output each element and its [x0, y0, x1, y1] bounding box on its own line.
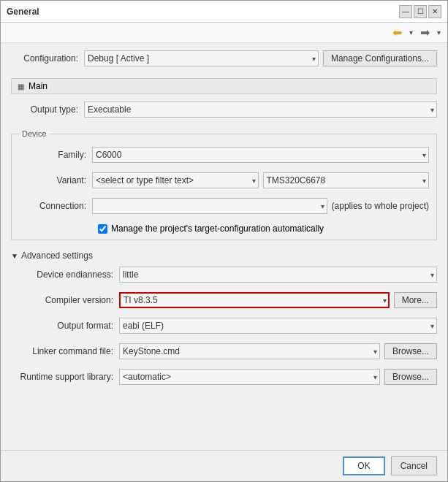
- connection-note: (applies to whole project): [332, 201, 429, 211]
- manage-config-label: Manage the project's target-configuratio…: [111, 223, 324, 234]
- main-window: General — ☐ ✕ ⬅ ▾ ➡ ▾ Configuration: Deb…: [0, 0, 448, 482]
- connection-control: (applies to whole project): [92, 198, 429, 214]
- output-type-select-wrapper: Executable: [84, 102, 437, 118]
- compiler-row: Compiler version: TI v8.3.5 More...: [17, 292, 437, 308]
- minimize-button[interactable]: —: [399, 5, 412, 18]
- device-legend: Device: [19, 129, 50, 138]
- variant2-select-wrapper: TMS320C6678: [263, 172, 430, 188]
- linker-control: KeyStone.cmd Browse...: [119, 343, 437, 359]
- content-area: Configuration: Debug [ Active ] Manage C…: [1, 43, 447, 450]
- output-format-select-wrapper: eabi (ELF): [119, 318, 437, 334]
- tab-label: Main: [29, 81, 48, 91]
- linker-row: Linker command file: KeyStone.cmd Browse…: [17, 343, 437, 359]
- device-group: Device Family: C6000 Variant:: [11, 129, 437, 240]
- endianness-label: Device endianness:: [17, 269, 119, 280]
- output-format-control: eabi (ELF): [119, 318, 437, 334]
- footer: OK Cancel: [1, 450, 447, 481]
- output-type-row: Output type: Executable: [11, 102, 437, 118]
- configuration-select-wrapper: Debug [ Active ]: [84, 50, 319, 66]
- variant-row: Variant: <select or type filter text> TM…: [19, 172, 429, 188]
- runtime-row: Runtime support library: <automatic> Bro…: [17, 369, 437, 385]
- compiler-select[interactable]: TI v8.3.5: [119, 292, 390, 308]
- output-type-select[interactable]: Executable: [84, 102, 437, 118]
- linker-browse-button[interactable]: Browse...: [384, 343, 437, 359]
- compiler-select-wrapper: TI v8.3.5: [119, 292, 390, 308]
- tab-icon: ▦: [18, 83, 24, 91]
- output-format-select[interactable]: eabi (ELF): [119, 318, 437, 334]
- manage-configurations-button[interactable]: Manage Configurations...: [323, 50, 437, 66]
- configuration-select[interactable]: Debug [ Active ]: [84, 50, 319, 66]
- window-title: General: [7, 7, 39, 17]
- configuration-control: Debug [ Active ] Manage Configurations..…: [84, 50, 437, 66]
- family-control: C6000: [92, 147, 429, 163]
- variant-label: Variant:: [19, 175, 92, 185]
- output-format-row: Output format: eabi (ELF): [17, 318, 437, 334]
- family-label: Family:: [19, 150, 92, 160]
- window-controls: — ☐ ✕: [399, 5, 441, 18]
- checkbox-row: Manage the project's target-configuratio…: [19, 223, 429, 234]
- forward-dropdown-button[interactable]: ▾: [434, 25, 443, 41]
- output-type-control: Executable: [84, 102, 437, 118]
- ok-button[interactable]: OK: [343, 456, 384, 475]
- endianness-row: Device endianness: little: [17, 267, 437, 283]
- connection-row: Connection: (applies to whole project): [19, 198, 429, 214]
- connection-select[interactable]: [92, 198, 327, 214]
- manage-config-checkbox[interactable]: [98, 224, 107, 234]
- endianness-select[interactable]: little: [119, 267, 437, 283]
- configuration-label: Configuration:: [11, 53, 84, 64]
- compiler-control: TI v8.3.5 More...: [119, 292, 437, 308]
- configuration-row: Configuration: Debug [ Active ] Manage C…: [11, 50, 437, 66]
- runtime-label: Runtime support library:: [17, 372, 119, 382]
- variant2-select[interactable]: TMS320C6678: [263, 172, 430, 188]
- linker-select[interactable]: KeyStone.cmd: [119, 343, 380, 359]
- runtime-control: <automatic> Browse...: [119, 369, 437, 385]
- title-bar: General — ☐ ✕: [1, 1, 447, 23]
- advanced-content: Device endianness: little Compiler versi…: [11, 267, 437, 389]
- forward-button[interactable]: ➡: [417, 25, 433, 41]
- family-row: Family: C6000: [19, 147, 429, 163]
- advanced-header: ▼ Advanced settings: [11, 250, 437, 261]
- endianness-control: little: [119, 267, 437, 283]
- output-format-label: Output format:: [17, 321, 119, 331]
- advanced-section: ▼ Advanced settings Device endianness: l…: [11, 248, 437, 389]
- toolbar: ⬅ ▾ ➡ ▾: [1, 23, 447, 43]
- runtime-select-wrapper: <automatic>: [119, 369, 380, 385]
- connection-select-wrapper: [92, 198, 327, 214]
- connection-label: Connection:: [19, 201, 92, 211]
- runtime-browse-button[interactable]: Browse...: [384, 369, 437, 385]
- cancel-button[interactable]: Cancel: [391, 456, 437, 475]
- maximize-button[interactable]: ☐: [414, 5, 427, 18]
- family-select-wrapper: C6000: [92, 147, 429, 163]
- endianness-select-wrapper: little: [119, 267, 437, 283]
- variant-select-wrapper: <select or type filter text>: [92, 172, 259, 188]
- linker-label: Linker command file:: [17, 346, 119, 356]
- output-type-label: Output type:: [11, 104, 84, 115]
- back-button[interactable]: ⬅: [389, 25, 405, 41]
- linker-select-wrapper: KeyStone.cmd: [119, 343, 380, 359]
- collapse-icon[interactable]: ▼: [11, 252, 18, 260]
- advanced-label: Advanced settings: [21, 250, 93, 261]
- family-select[interactable]: C6000: [92, 147, 429, 163]
- compiler-more-button[interactable]: More...: [394, 292, 437, 308]
- variant-control: <select or type filter text> TMS320C6678: [92, 172, 429, 188]
- compiler-label: Compiler version:: [17, 295, 119, 305]
- close-button[interactable]: ✕: [428, 5, 441, 18]
- main-tab[interactable]: ▦ Main: [11, 78, 437, 94]
- back-dropdown-button[interactable]: ▾: [406, 25, 415, 41]
- runtime-select[interactable]: <automatic>: [119, 369, 380, 385]
- variant-select[interactable]: <select or type filter text>: [92, 172, 259, 188]
